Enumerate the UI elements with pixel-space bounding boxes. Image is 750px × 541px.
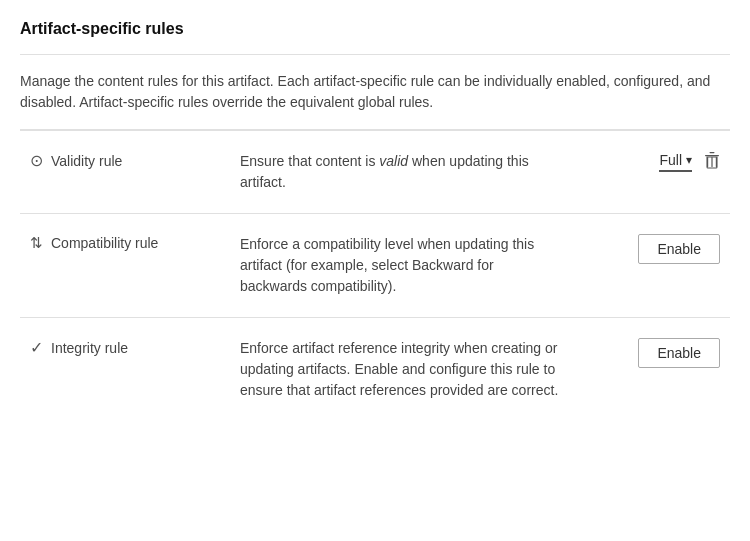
compatibility-desc-text: Enforce a compatibility level when updat… — [240, 236, 534, 294]
validity-rule-name: ⊙ Validity rule — [30, 151, 220, 170]
compatibility-rule-label: Compatibility rule — [51, 235, 158, 251]
integrity-desc-text: Enforce artifact reference integrity whe… — [240, 340, 558, 398]
validity-rule-row: ⊙ Validity rule Ensure that content is v… — [20, 131, 730, 214]
integrity-rule-label: Integrity rule — [51, 340, 128, 356]
page-container: Artifact-specific rules Manage the conte… — [0, 0, 750, 441]
validity-actions: Full ▾ — [580, 151, 720, 173]
rules-table: ⊙ Validity rule Ensure that content is v… — [20, 130, 730, 421]
page-title: Artifact-specific rules — [20, 20, 730, 38]
compatibility-rule-name: ⇅ Compatibility rule — [30, 234, 220, 252]
compatibility-actions: Enable — [580, 234, 720, 264]
validity-dropdown[interactable]: Full ▾ — [659, 152, 692, 172]
validity-icon: ⊙ — [30, 151, 43, 170]
chevron-down-icon: ▾ — [686, 153, 692, 167]
integrity-enable-button[interactable]: Enable — [638, 338, 720, 368]
svg-rect-4 — [711, 157, 712, 167]
validity-rule-label: Validity rule — [51, 153, 122, 169]
integrity-description: Enforce artifact reference integrity whe… — [230, 318, 570, 422]
validity-desc-italic: valid — [379, 153, 408, 169]
page-description: Manage the content rules for this artifa… — [20, 55, 730, 129]
compatibility-icon: ⇅ — [30, 234, 43, 252]
svg-rect-0 — [705, 155, 719, 156]
integrity-rule-name: ✓ Integrity rule — [30, 338, 220, 357]
compatibility-description: Enforce a compatibility level when updat… — [230, 214, 570, 318]
svg-rect-1 — [710, 152, 715, 153]
integrity-rule-row: ✓ Integrity rule Enforce artifact refere… — [20, 318, 730, 422]
validity-desc-before: Ensure that content is — [240, 153, 379, 169]
validity-dropdown-value: Full — [659, 152, 682, 168]
validity-delete-icon[interactable] — [704, 151, 720, 173]
integrity-actions: Enable — [580, 338, 720, 368]
compatibility-rule-row: ⇅ Compatibility rule Enforce a compatibi… — [20, 214, 730, 318]
integrity-icon: ✓ — [30, 338, 43, 357]
validity-description: Ensure that content is valid when updati… — [230, 131, 570, 214]
compatibility-enable-button[interactable]: Enable — [638, 234, 720, 264]
